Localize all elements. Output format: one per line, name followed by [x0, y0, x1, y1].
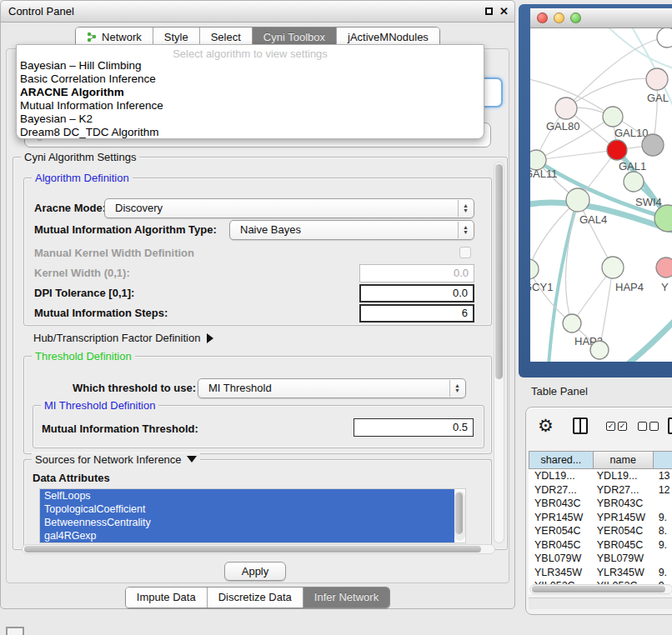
manual-kernel-checkbox[interactable]: [459, 247, 471, 258]
settings-hscrollbar[interactable]: [22, 544, 495, 554]
mi-type-label: Mutual Information Algorithm Type:: [34, 223, 217, 236]
column-header[interactable]: [654, 451, 672, 469]
cutoff-widget-fragment: [6, 627, 24, 635]
attribute-list-item[interactable]: SelfLoops: [40, 489, 454, 502]
table-cell: YPR145W: [529, 511, 594, 525]
network-node[interactable]: [563, 314, 581, 332]
mi-algorithm-type-select[interactable]: Naive Bayes ▲▼: [229, 220, 474, 240]
network-node[interactable]: [646, 68, 668, 90]
table-cell: 12: [654, 483, 672, 498]
aracne-mode-select[interactable]: Discovery ▲▼: [104, 198, 474, 218]
table-row[interactable]: YDL19...YDL19...13: [529, 469, 672, 483]
table-row[interactable]: YER054CYER054C8.: [529, 524, 672, 538]
dropdown-hint: Select algorithm to view settings: [17, 45, 484, 59]
tab-discretize-data[interactable]: Discretize Data: [207, 588, 303, 608]
dropdown-item[interactable]: Basic Correlation Inference: [17, 72, 484, 86]
tab-infer-network[interactable]: Infer Network: [303, 588, 389, 608]
select-all-columns-button[interactable]: ✓ ✓: [606, 422, 627, 431]
column-header[interactable]: name: [594, 451, 654, 469]
network-node[interactable]: [555, 98, 577, 119]
table-row[interactable]: YLR345WYLR345W9.: [529, 566, 672, 580]
table-row[interactable]: YDR27...YDR27...12: [529, 483, 672, 498]
dropdown-item[interactable]: Mutual Information Inference: [17, 99, 484, 112]
network-node[interactable]: [530, 259, 539, 279]
dropdown-item[interactable]: Bayesian – Hill Climbing: [17, 59, 484, 72]
unchecked-box-icon: [638, 422, 647, 431]
table-cell: [654, 497, 672, 511]
table-rows: YDL19...YDL19...13YDR27...YDR27...12YBR0…: [529, 469, 672, 594]
settings-scrollbar[interactable]: [494, 162, 504, 543]
group-title: Cyni Algorithm Settings: [21, 151, 139, 163]
dropdown-item[interactable]: Dream8 DC_TDC Algorithm: [17, 126, 484, 139]
hub-definition-toggle[interactable]: Hub/Transcription Factor Definition: [33, 332, 213, 344]
apply-button[interactable]: Apply: [224, 562, 286, 581]
network-node[interactable]: [656, 258, 672, 278]
close-traffic-light-icon[interactable]: [537, 12, 548, 23]
tab-label: Style: [164, 31, 188, 43]
which-threshold-select[interactable]: MI Threshold ▲▼: [198, 378, 466, 398]
attribute-list-item[interactable]: gal4RGexp: [40, 529, 454, 542]
attribute-list-item[interactable]: BetweennessCentrality: [40, 516, 454, 529]
settings-hscrollbar-thumb[interactable]: [24, 546, 481, 552]
deselect-all-columns-button[interactable]: [638, 422, 659, 431]
bottom-tabbar: Impute Data Discretize Data Infer Networ…: [1, 587, 514, 608]
mi-threshold-input[interactable]: 0.5: [354, 418, 474, 437]
network-edge[interactable]: [624, 320, 672, 362]
network-window-titlebar[interactable]: [530, 8, 672, 28]
dpi-tolerance-input[interactable]: 0.0: [359, 284, 474, 302]
network-node[interactable]: [590, 341, 609, 359]
table-row[interactable]: YBL079WYBL079W: [529, 552, 672, 566]
network-edge[interactable]: [530, 200, 578, 269]
checked-box-icon: ✓: [606, 422, 615, 431]
dropdown-item[interactable]: ARACNE Algorithm: [17, 86, 484, 99]
network-edge[interactable]: [566, 78, 657, 108]
network-node-label: GAL: [647, 92, 669, 104]
network-icon: [87, 32, 98, 42]
tab-label: jActiveMNodules: [348, 31, 429, 43]
table-cell: YER054C: [594, 524, 654, 538]
file-icon[interactable]: [668, 418, 672, 434]
network-node[interactable]: [642, 134, 664, 156]
sources-group: Sources for Network Inference Data Attri…: [23, 459, 492, 550]
table-row[interactable]: YPR145WYPR145W9.: [529, 511, 672, 525]
columns-icon[interactable]: [573, 418, 588, 434]
kernel-width-input[interactable]: 0.0: [359, 264, 474, 282]
combo-arrows-icon: ▲▼: [449, 380, 464, 397]
sources-group-title[interactable]: Sources for Network Inference: [32, 453, 200, 466]
dropdown-items: Bayesian – Hill ClimbingBasic Correlatio…: [17, 59, 484, 139]
attribute-list-scrollbar[interactable]: [454, 491, 465, 541]
column-header[interactable]: shared...: [529, 451, 594, 469]
mi-steps-input[interactable]: 6: [359, 304, 474, 322]
table-cell: YLR345W: [594, 566, 654, 580]
network-node[interactable]: [607, 140, 627, 160]
tab-impute-data[interactable]: Impute Data: [126, 588, 207, 608]
attribute-list-item[interactable]: TopologicalCoefficient: [40, 502, 454, 516]
unchecked-box-icon: [649, 422, 659, 431]
table-cell: YBR045C: [529, 538, 594, 552]
table-hscrollbar-thumb[interactable]: [532, 586, 665, 592]
network-node[interactable]: [602, 257, 624, 278]
close-icon[interactable]: ✕: [499, 4, 509, 19]
network-canvas[interactable]: GALGAL80GAL10GAL1GAL11SWI4GAL4GCY1HAP4YH…: [530, 28, 672, 362]
network-node[interactable]: [624, 172, 644, 192]
network-node[interactable]: [657, 28, 672, 48]
table-row[interactable]: YBR043CYBR043C: [529, 497, 672, 511]
dropdown-item[interactable]: Bayesian – K2: [17, 112, 484, 126]
threshold-definition-group: Threshold Definition Which threshold to …: [23, 356, 492, 454]
table-hscrollbar[interactable]: [529, 584, 672, 594]
table-cell: YPR145W: [594, 511, 654, 525]
table-row[interactable]: YBR045CYBR045C9.: [529, 538, 672, 552]
kernel-width-label: Kernel Width (0,1):: [34, 267, 130, 279]
table-cell: YLR345W: [529, 566, 594, 580]
settings-scrollbar-thumb[interactable]: [495, 164, 503, 379]
zoom-traffic-light-icon[interactable]: [570, 12, 581, 23]
float-window-icon[interactable]: [485, 8, 493, 15]
attribute-list-scrollbar-thumb[interactable]: [455, 492, 463, 534]
network-node[interactable]: [566, 188, 589, 212]
gear-icon[interactable]: ⚙: [538, 416, 554, 436]
network-node[interactable]: [603, 107, 623, 127]
network-edge[interactable]: [536, 150, 617, 160]
minimize-traffic-light-icon[interactable]: [554, 12, 564, 23]
desktop: { "colors": { "selection_blue": "#3e6dc8…: [0, 0, 672, 635]
data-attributes-list[interactable]: SelfLoopsTopologicalCoefficientBetweenne…: [39, 488, 466, 543]
